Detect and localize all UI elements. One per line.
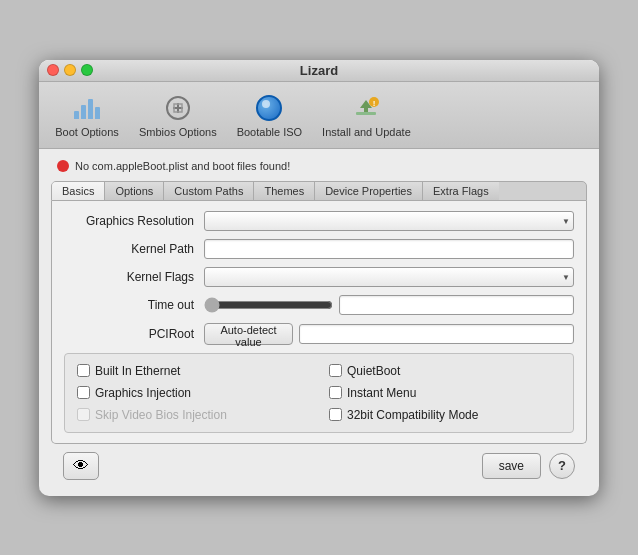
kernel-flags-select[interactable] <box>204 267 574 287</box>
window-title: Lizard <box>39 63 599 78</box>
checkbox-skip-video-bios: Skip Video Bios Injection <box>77 408 309 422</box>
kernel-path-label: Kernel Path <box>64 242 204 256</box>
main-window: Lizard Boot Options <box>39 60 599 496</box>
pciroot-control: Auto-detect value <box>204 323 574 345</box>
built-in-ethernet-checkbox[interactable] <box>77 364 90 377</box>
toolbar-boot-options[interactable]: Boot Options <box>47 88 127 142</box>
error-icon <box>57 160 69 172</box>
svg-rect-2 <box>356 112 376 115</box>
tab-basics[interactable]: Basics <box>52 182 105 200</box>
tab-content-basics: Graphics Resolution ▼ Kernel Path Kernel… <box>51 201 587 444</box>
instant-menu-checkbox[interactable] <box>329 386 342 399</box>
maximize-button[interactable] <box>81 64 93 76</box>
timeout-slider-row <box>204 295 574 315</box>
timeout-slider[interactable] <box>204 298 333 312</box>
traffic-lights <box>47 64 93 76</box>
tab-device-properties[interactable]: Device Properties <box>315 182 423 200</box>
close-button[interactable] <box>47 64 59 76</box>
titlebar: Lizard <box>39 60 599 82</box>
graphics-resolution-label: Graphics Resolution <box>64 214 204 228</box>
checkbox-built-in-ethernet[interactable]: Built In Ethernet <box>77 364 309 378</box>
kernel-path-input-wrapper <box>204 239 574 259</box>
smbios-icon <box>162 92 194 124</box>
pciroot-label: PCIRoot <box>64 327 204 341</box>
install-icon: ! <box>350 92 382 124</box>
kernel-path-input[interactable] <box>204 239 574 259</box>
checkbox-quiet-boot[interactable]: QuietBoot <box>329 364 561 378</box>
save-button[interactable]: save <box>482 453 541 479</box>
toolbar: Boot Options Smbios Options Bootable ISO <box>39 82 599 149</box>
kernel-flags-select-wrapper: ▼ <box>204 267 574 287</box>
graphics-resolution-row: Graphics Resolution ▼ <box>64 211 574 231</box>
tab-custom-paths[interactable]: Custom Paths <box>164 182 254 200</box>
timeout-value-input[interactable] <box>339 295 574 315</box>
tabs-bar: Basics Options Custom Paths Themes Devic… <box>51 181 587 201</box>
smbios-options-label: Smbios Options <box>139 126 217 138</box>
boot-options-label: Boot Options <box>55 126 119 138</box>
bottom-right-controls: save ? <box>482 453 575 479</box>
checkbox-grid: Built In Ethernet QuietBoot Graphics Inj… <box>77 364 561 422</box>
content-area: No com.appleBoot.plist and boot files fo… <box>39 149 599 496</box>
kernel-path-row: Kernel Path <box>64 239 574 259</box>
toolbar-smbios-options[interactable]: Smbios Options <box>131 88 225 142</box>
graphics-injection-checkbox[interactable] <box>77 386 90 399</box>
help-button[interactable]: ? <box>549 453 575 479</box>
tab-themes[interactable]: Themes <box>254 182 315 200</box>
eye-button[interactable]: 👁 <box>63 452 99 480</box>
checkboxes-section: Built In Ethernet QuietBoot Graphics Inj… <box>64 353 574 433</box>
disc-icon <box>253 92 285 124</box>
graphics-resolution-select-wrapper: ▼ <box>204 211 574 231</box>
pciroot-row: PCIRoot Auto-detect value <box>64 323 574 345</box>
checkbox-32bit-compat[interactable]: 32bit Compatibility Mode <box>329 408 561 422</box>
toolbar-bootable-iso[interactable]: Bootable ISO <box>229 88 310 142</box>
timeout-label: Time out <box>64 298 204 312</box>
auto-detect-button[interactable]: Auto-detect value <box>204 323 293 345</box>
graphics-resolution-select[interactable] <box>204 211 574 231</box>
error-bar: No com.appleBoot.plist and boot files fo… <box>51 157 587 175</box>
bottom-bar: 👁 save ? <box>51 444 587 488</box>
skip-video-bios-checkbox <box>77 408 90 421</box>
timeout-row: Time out <box>64 295 574 315</box>
kernel-flags-label: Kernel Flags <box>64 270 204 284</box>
quiet-boot-checkbox[interactable] <box>329 364 342 377</box>
bootable-iso-label: Bootable ISO <box>237 126 302 138</box>
pciroot-value-input[interactable] <box>299 324 574 344</box>
checkbox-graphics-injection[interactable]: Graphics Injection <box>77 386 309 400</box>
tab-extra-flags[interactable]: Extra Flags <box>423 182 499 200</box>
kernel-flags-row: Kernel Flags ▼ <box>64 267 574 287</box>
minimize-button[interactable] <box>64 64 76 76</box>
toolbar-install-update[interactable]: ! Install and Update <box>314 88 419 142</box>
checkbox-instant-menu[interactable]: Instant Menu <box>329 386 561 400</box>
32bit-compat-checkbox[interactable] <box>329 408 342 421</box>
svg-text:!: ! <box>373 99 376 108</box>
bar-chart-icon <box>71 92 103 124</box>
error-message: No com.appleBoot.plist and boot files fo… <box>75 160 290 172</box>
eye-icon: 👁 <box>73 457 89 475</box>
tab-options[interactable]: Options <box>105 182 164 200</box>
install-update-label: Install and Update <box>322 126 411 138</box>
